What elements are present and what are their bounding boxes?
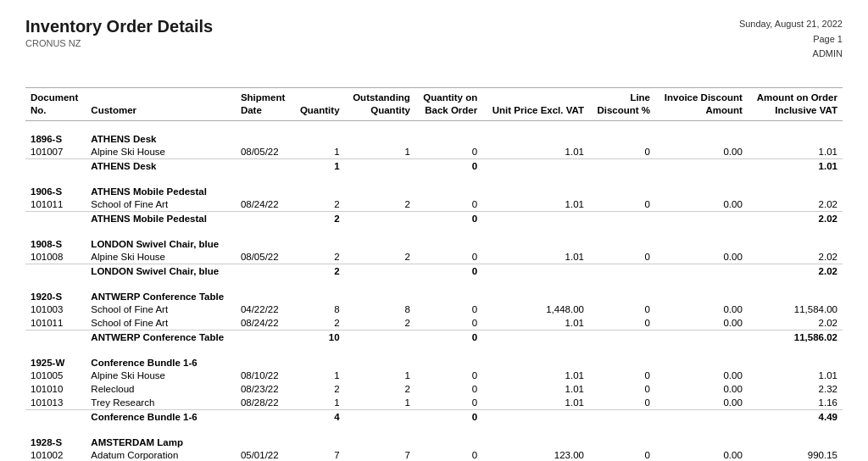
col-quantity: Quantity	[292, 87, 344, 120]
cell-quantity: 2	[292, 316, 344, 330]
table-header-row: DocumentNo. Customer ShipmentDate Quanti…	[25, 87, 843, 120]
section-id: 1920-S	[25, 283, 86, 303]
col-customer: Customer	[86, 87, 236, 120]
cell-customer: Alpine Ski House	[86, 369, 236, 382]
page-title: Inventory Order Details	[25, 17, 213, 36]
subtotal-amount: 2.02	[748, 212, 843, 226]
subtotal-back: 0	[415, 330, 482, 345]
cell-qty-back-order: 0	[415, 396, 482, 410]
cell-amount: 2.02	[748, 250, 843, 264]
cell-amount: 2.02	[748, 197, 843, 212]
cell-customer: School of Fine Art	[86, 197, 236, 212]
cell-quantity: 1	[292, 145, 344, 159]
cell-customer: School of Fine Art	[86, 303, 236, 316]
subtotal-qty: 10	[292, 330, 344, 345]
cell-outstanding-qty: 2	[345, 197, 415, 212]
cell-amount: 2.32	[748, 382, 843, 396]
cell-unit-price: 1.01	[482, 382, 589, 396]
cell-invoice-discount: 0.00	[655, 197, 748, 212]
cell-outstanding-qty: 2	[345, 382, 415, 396]
cell-line-discount: 0	[589, 303, 655, 316]
meta-date: Sunday, August 21, 2022	[739, 17, 843, 32]
subtotal-blank	[25, 330, 86, 345]
cell-amount: 11,584.00	[748, 303, 843, 316]
cell-amount: 1.01	[748, 145, 843, 159]
subtotal-item-label: ANTWERP Conference Table	[86, 330, 236, 345]
subtotal-amount: 2.02	[748, 264, 843, 279]
section-header-row: 1906-S ATHENS Mobile Pedestal	[25, 178, 843, 197]
subtotal-discount-blank	[589, 212, 655, 226]
cell-shipment-date: 08/24/22	[236, 316, 292, 330]
cell-shipment-date: 08/05/22	[236, 145, 292, 159]
subtotal-qty: 2	[292, 212, 344, 226]
subtotal-date-blank	[236, 410, 292, 425]
cell-unit-price: 1,448.00	[482, 303, 589, 316]
meta-block: Sunday, August 21, 2022 Page 1 ADMIN	[739, 17, 843, 62]
subtotal-invoice-blank	[655, 159, 748, 174]
cell-invoice-discount: 0.00	[655, 448, 748, 461]
subtotal-amount: 1.01	[748, 159, 843, 174]
subtotal-item-label: ATHENS Desk	[86, 159, 236, 174]
subtotal-discount-blank	[589, 264, 655, 279]
cell-customer: Adatum Corporation	[86, 448, 236, 461]
cell-customer: Trey Research	[86, 396, 236, 410]
subtotal-back: 0	[415, 159, 482, 174]
subtotal-row: ANTWERP Conference Table 10 0 11,586.02	[25, 330, 843, 345]
subtotal-amount: 11,586.02	[748, 330, 843, 345]
subtotal-invoice-blank	[655, 410, 748, 425]
cell-qty-back-order: 0	[415, 197, 482, 212]
cell-customer: Relecloud	[86, 382, 236, 396]
table-row: 101010 Relecloud 08/23/22 2 2 0 1.01 0 0…	[25, 382, 843, 396]
subtotal-outstanding-blank	[345, 330, 415, 345]
cell-invoice-discount: 0.00	[655, 145, 748, 159]
subtotal-row: ATHENS Mobile Pedestal 2 0 2.02	[25, 212, 843, 226]
cell-doc-no: 101013	[25, 396, 86, 410]
section-header-row: 1925-W Conference Bundle 1-6	[25, 349, 843, 369]
subtotal-date-blank	[236, 330, 292, 345]
cell-invoice-discount: 0.00	[655, 250, 748, 264]
cell-shipment-date: 08/05/22	[236, 250, 292, 264]
cell-invoice-discount: 0.00	[655, 396, 748, 410]
cell-quantity: 8	[292, 303, 344, 316]
cell-amount: 990.15	[748, 448, 843, 461]
cell-line-discount: 0	[589, 396, 655, 410]
subtotal-discount-blank	[589, 410, 655, 425]
cell-qty-back-order: 0	[415, 448, 482, 461]
cell-shipment-date: 08/28/22	[236, 396, 292, 410]
cell-amount: 1.01	[748, 369, 843, 382]
section-item: ANTWERP Conference Table	[86, 283, 843, 303]
cell-doc-no: 101008	[25, 250, 86, 264]
cell-shipment-date: 08/24/22	[236, 197, 292, 212]
cell-shipment-date: 05/01/22	[236, 448, 292, 461]
section-id: 1908-S	[25, 230, 86, 250]
section-id: 1928-S	[25, 429, 86, 448]
page-subtitle: CRONUS NZ	[25, 38, 213, 48]
subtotal-row: LONDON Swivel Chair, blue 2 0 2.02	[25, 264, 843, 279]
cell-line-discount: 0	[589, 145, 655, 159]
cell-customer: School of Fine Art	[86, 316, 236, 330]
inventory-table: DocumentNo. Customer ShipmentDate Quanti…	[25, 87, 843, 461]
col-line-discount: LineDiscount %	[589, 87, 655, 120]
cell-unit-price: 1.01	[482, 250, 589, 264]
section-id: 1906-S	[25, 178, 86, 197]
cell-outstanding-qty: 7	[345, 448, 415, 461]
cell-qty-back-order: 0	[415, 382, 482, 396]
cell-unit-price: 123.00	[482, 448, 589, 461]
cell-line-discount: 0	[589, 448, 655, 461]
subtotal-unit-blank	[482, 330, 589, 345]
subtotal-blank	[25, 212, 86, 226]
cell-line-discount: 0	[589, 316, 655, 330]
table-row: 101008 Alpine Ski House 08/05/22 2 2 0 1…	[25, 250, 843, 264]
subtotal-discount-blank	[589, 330, 655, 345]
subtotal-date-blank	[236, 212, 292, 226]
section-item: Conference Bundle 1-6	[86, 349, 843, 369]
cell-unit-price: 1.01	[482, 369, 589, 382]
cell-doc-no: 101011	[25, 316, 86, 330]
cell-doc-no: 101003	[25, 303, 86, 316]
subtotal-unit-blank	[482, 159, 589, 174]
cell-outstanding-qty: 8	[345, 303, 415, 316]
table-row: 101013 Trey Research 08/28/22 1 1 0 1.01…	[25, 396, 843, 410]
subtotal-blank	[25, 410, 86, 425]
subtotal-back: 0	[415, 264, 482, 279]
subtotal-outstanding-blank	[345, 212, 415, 226]
